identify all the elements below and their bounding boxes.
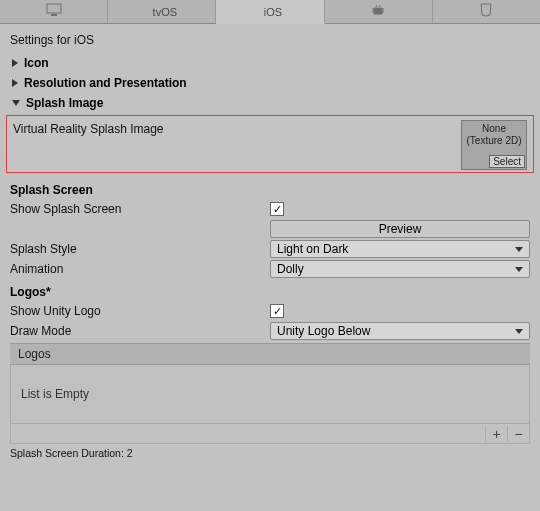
monitor-icon: [46, 3, 62, 20]
android-icon: [371, 3, 385, 20]
animation-label: Animation: [10, 262, 270, 276]
platform-tabs: tvOS iOS: [0, 0, 540, 24]
foldout-splash-image[interactable]: Splash Image: [0, 93, 540, 113]
foldout-icon[interactable]: Icon: [0, 53, 540, 73]
chevron-down-icon: [12, 100, 20, 106]
splash-screen-header: Splash Screen: [0, 177, 540, 199]
add-logo-button[interactable]: +: [485, 426, 507, 442]
svg-rect-1: [51, 14, 57, 16]
texture-slot-type: (Texture 2D): [466, 135, 521, 147]
remove-logo-button[interactable]: −: [507, 426, 529, 442]
animation-dropdown[interactable]: Dolly: [270, 260, 530, 278]
page-title: Settings for iOS: [0, 29, 540, 53]
tab-standalone[interactable]: [0, 0, 108, 23]
show-unity-logo-label: Show Unity Logo: [10, 304, 270, 318]
tab-webgl[interactable]: [433, 0, 540, 23]
foldout-resolution-label: Resolution and Presentation: [24, 76, 187, 90]
tab-android[interactable]: [325, 0, 433, 23]
tab-ios[interactable]: iOS: [216, 0, 324, 24]
chevron-right-icon: [12, 79, 18, 87]
logos-header: Logos*: [0, 279, 540, 301]
foldout-splash-label: Splash Image: [26, 96, 103, 110]
draw-mode-value: Unity Logo Below: [277, 324, 370, 338]
draw-mode-dropdown[interactable]: Unity Logo Below: [270, 322, 530, 340]
chevron-right-icon: [12, 59, 18, 67]
vr-splash-highlight: Virtual Reality Splash Image None (Textu…: [6, 115, 534, 173]
logos-list-footer: + −: [10, 424, 530, 444]
preview-button[interactable]: Preview: [270, 220, 530, 238]
svg-rect-0: [47, 4, 61, 13]
show-splash-checkbox[interactable]: ✓: [270, 202, 284, 216]
logos-list-header: Logos: [10, 343, 530, 365]
tab-tvos-label: tvOS: [153, 6, 177, 18]
foldout-icon-label: Icon: [24, 56, 49, 70]
show-unity-logo-checkbox[interactable]: ✓: [270, 304, 284, 318]
html5-icon: [480, 3, 492, 20]
vr-splash-texture-slot[interactable]: None (Texture 2D) Select: [461, 120, 527, 170]
vr-splash-label: Virtual Reality Splash Image: [13, 120, 453, 136]
tab-tvos[interactable]: tvOS: [108, 0, 216, 23]
logos-empty-area: List is Empty: [10, 365, 530, 424]
splash-style-label: Splash Style: [10, 242, 270, 256]
animation-value: Dolly: [277, 262, 304, 276]
foldout-resolution[interactable]: Resolution and Presentation: [0, 73, 540, 93]
splash-style-value: Light on Dark: [277, 242, 348, 256]
splash-style-dropdown[interactable]: Light on Dark: [270, 240, 530, 258]
texture-slot-none: None: [482, 123, 506, 135]
splash-duration-label: Splash Screen Duration: 2: [0, 444, 540, 462]
list-empty-label: List is Empty: [21, 387, 89, 401]
settings-panel: Settings for iOS Icon Resolution and Pre…: [0, 24, 540, 462]
tab-ios-label: iOS: [264, 6, 282, 18]
texture-select-button[interactable]: Select: [489, 155, 525, 168]
show-splash-label: Show Splash Screen: [10, 202, 270, 216]
draw-mode-label: Draw Mode: [10, 324, 270, 338]
